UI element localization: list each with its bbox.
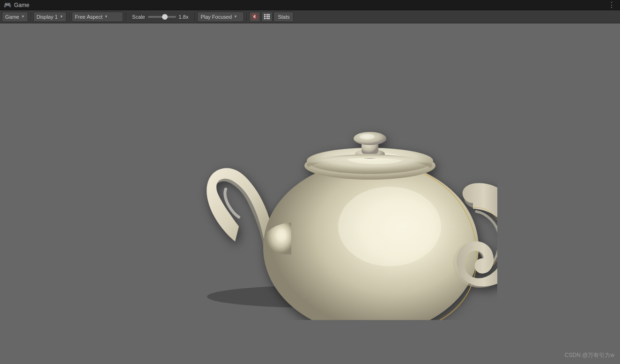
game-dropdown-label: Game	[5, 14, 19, 20]
aspect-dropdown-label: Free Aspect	[75, 14, 103, 20]
watermark: CSDN @万有引力w	[565, 351, 614, 359]
grid-button[interactable]	[261, 12, 273, 22]
separator-1	[30, 13, 31, 21]
game-dropdown-arrow: ▼	[21, 15, 25, 19]
scale-slider-thumb	[162, 14, 168, 20]
gamepad-icon: 🎮	[4, 1, 11, 8]
separator-3	[125, 13, 126, 21]
separator-4	[194, 13, 195, 21]
game-dropdown[interactable]: Game ▼	[2, 12, 28, 22]
mute-icon: 🔇	[251, 14, 258, 20]
scale-slider[interactable]	[148, 16, 176, 18]
window-title: Game	[14, 2, 30, 8]
scale-value: 1.8x	[179, 14, 189, 20]
display-dropdown[interactable]: Display 1 ▼	[33, 12, 66, 22]
separator-2	[69, 13, 69, 21]
title-bar-left: 🎮 Game	[4, 1, 30, 8]
aspect-dropdown-arrow: ▼	[104, 15, 108, 19]
game-viewport[interactable]: CSDN @万有引力w	[0, 23, 620, 364]
teapot-container	[123, 67, 497, 320]
display-dropdown-label: Display 1	[37, 14, 58, 20]
window-menu-button[interactable]: ⋮	[608, 0, 616, 9]
stats-button[interactable]: Stats	[273, 12, 294, 22]
play-focused-dropdown[interactable]: Play Focused ▼	[197, 12, 244, 22]
aspect-dropdown[interactable]: Free Aspect ▼	[72, 12, 123, 22]
play-focused-arrow: ▼	[234, 15, 237, 19]
scale-slider-container[interactable]	[148, 16, 176, 18]
teapot-svg	[123, 67, 497, 320]
scale-label: Scale	[132, 14, 145, 20]
knob-highlight	[360, 134, 375, 139]
grid-icon	[264, 14, 270, 20]
toolbar: Game ▼ Display 1 ▼ Free Aspect ▼ Scale 1…	[0, 10, 620, 23]
separator-5	[246, 13, 247, 21]
play-focused-label: Play Focused	[200, 14, 232, 20]
stats-label: Stats	[278, 14, 289, 20]
display-dropdown-arrow: ▼	[59, 15, 63, 19]
body-highlight	[338, 187, 441, 266]
title-bar: 🎮 Game ⋮	[0, 0, 620, 10]
scale-control: Scale 1.8x	[128, 13, 192, 21]
mute-button[interactable]: 🔇	[249, 12, 260, 22]
